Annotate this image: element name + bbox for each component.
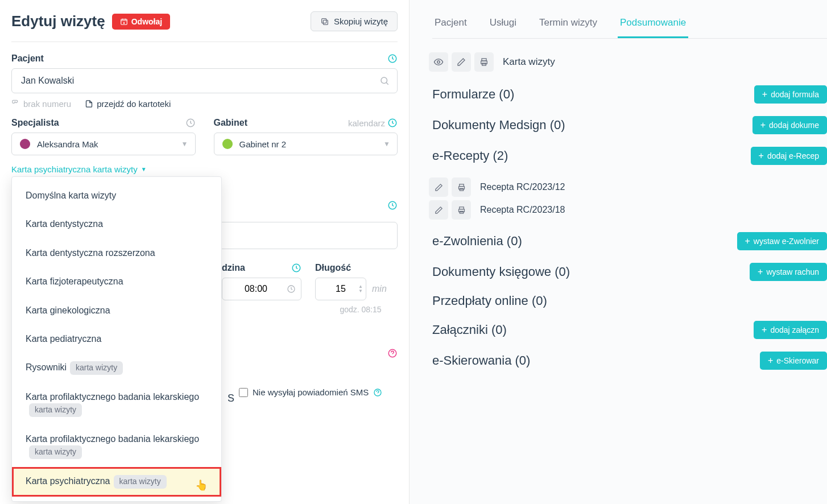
plus-icon: +	[768, 356, 773, 366]
go-to-file-link[interactable]: przejdź do kartoteki	[85, 99, 171, 109]
printer-icon-button[interactable]	[474, 52, 494, 72]
cancel-visit-button[interactable]: Odwołaj	[112, 14, 170, 30]
chevron-down-icon: ▼	[383, 140, 390, 148]
dropdown-item[interactable]: Karta fizjoterapeutyczna	[12, 267, 221, 296]
add-button[interactable]: +dodaj formula	[754, 85, 827, 104]
chevron-down-icon: ▼	[181, 140, 188, 148]
section-title: e-Zwolnienia (0)	[432, 234, 522, 249]
length-label: Długość	[315, 263, 351, 273]
dropdown-item[interactable]: Karta dentystyczna rozszerzona	[12, 239, 221, 267]
pencil-icon-button[interactable]	[429, 200, 448, 220]
clock-icon[interactable]	[387, 118, 398, 128]
item-label: Recepta RC/2023/18	[480, 205, 565, 215]
length-unit: min	[372, 284, 387, 294]
no-phone-note: brak numeru	[11, 99, 71, 109]
calendar-x-icon	[120, 18, 128, 26]
tag-pill: karta wizyty	[114, 475, 167, 489]
clock-icon	[287, 284, 296, 294]
add-button[interactable]: +dodaj dokume	[752, 116, 827, 134]
clock-icon[interactable]	[185, 118, 196, 128]
add-button[interactable]: +wystaw rachun	[750, 263, 827, 281]
add-button[interactable]: +wystaw e-Zwolnier	[737, 232, 827, 250]
pencil-icon-button[interactable]	[429, 177, 448, 197]
tag-pill: karta wizyty	[70, 361, 123, 375]
pencil-icon-button[interactable]	[452, 52, 471, 72]
plus-icon: +	[758, 267, 763, 277]
dropdown-item[interactable]: Karta profilaktycznego badania lekarskie…	[12, 425, 221, 467]
svg-rect-0	[121, 19, 127, 24]
tab-pacjent[interactable]: Pacjent	[432, 11, 469, 38]
search-icon[interactable]	[379, 76, 390, 86]
cabinet-dot-icon	[222, 139, 233, 149]
svg-point-4	[381, 77, 387, 84]
tab-usługi[interactable]: Usługi	[487, 11, 519, 38]
section-title: Załączniki (0)	[432, 323, 507, 337]
caret-down-icon: ▼	[141, 166, 147, 172]
dropdown-item[interactable]: Rysownikikarta wizyty	[12, 353, 221, 383]
divider	[11, 42, 398, 42]
dropdown-item[interactable]: Karta pediatryczna	[12, 325, 221, 353]
copy-icon	[320, 17, 329, 26]
help-icon[interactable]	[373, 388, 382, 397]
tag-pill: karta wizyty	[29, 445, 82, 459]
tab-termin-wizyty[interactable]: Termin wizyty	[537, 11, 599, 38]
svg-rect-2	[322, 18, 326, 23]
patient-input[interactable]	[11, 68, 398, 93]
clock-icon[interactable]	[387, 53, 398, 64]
section-title: Formularze (0)	[432, 87, 514, 102]
sms-checkbox[interactable]	[239, 388, 248, 397]
cabinet-label: Gabinet	[214, 118, 248, 128]
plus-icon: +	[760, 120, 766, 130]
cabinet-select[interactable]: Gabinet nr 2 ▼	[214, 133, 398, 155]
add-button[interactable]: +e-Skierowar	[760, 352, 827, 370]
visit-card-dropdown: Domyślna karta wizytyKarta dentystycznaK…	[11, 176, 222, 502]
specialist-label: Specjalista	[11, 118, 59, 128]
list-item: Recepta RC/2023/12	[429, 177, 827, 197]
plus-icon: +	[762, 89, 767, 100]
section-title: Przedpłaty online (0)	[432, 294, 547, 308]
cursor-icon: 👆	[195, 478, 208, 493]
section-title: e-Skierowania (0)	[432, 353, 530, 368]
plus-icon: +	[759, 151, 764, 161]
add-button[interactable]: +dodaj e-Recep	[751, 147, 827, 165]
copy-visit-button[interactable]: Skopiuj wizytę	[311, 11, 398, 31]
visit-card-label: Karta wizyty	[503, 56, 555, 68]
clock-icon[interactable]	[291, 263, 301, 273]
dropdown-item[interactable]: Karta profilaktycznego badania lekarskie…	[12, 383, 221, 425]
patient-label: Pacjent	[11, 53, 44, 64]
clock-icon[interactable]	[387, 200, 398, 210]
hour-label: dzina	[222, 263, 245, 273]
end-time-note: godz. 08:15	[315, 305, 406, 314]
visit-card-type-link[interactable]: Karta psychiatryczna karta wizyty ▼	[11, 164, 147, 174]
page-title: Edytuj wizytę	[11, 13, 105, 30]
dropdown-item[interactable]: Karta ginekologiczna	[12, 296, 221, 325]
svg-rect-1	[323, 20, 328, 24]
dropdown-item[interactable]: Karta psychiatrycznakarta wizyty👆	[12, 467, 221, 497]
svg-point-12	[437, 61, 440, 64]
tab-podsumowanie[interactable]: Podsumowanie	[618, 11, 688, 38]
specialist-dot-icon	[20, 139, 30, 149]
item-label: Recepta RC/2023/12	[480, 182, 565, 192]
sms-checkbox-label: Nie wysyłaj powiadomień SMS	[253, 387, 369, 397]
dropdown-item[interactable]: Domyślna karta wizyty	[12, 181, 221, 210]
stepper-icon[interactable]: ▲▼	[358, 284, 363, 294]
section-title: e-Recepty (2)	[432, 148, 508, 163]
section-title: Dokumenty księgowe (0)	[432, 265, 570, 279]
add-button[interactable]: +dodaj załączn	[754, 321, 827, 339]
help-icon[interactable]	[387, 348, 398, 358]
printer-icon-button[interactable]	[452, 200, 471, 220]
list-item: Recepta RC/2023/18	[429, 200, 827, 220]
section-title: Dokumenty Medsign (0)	[432, 118, 565, 133]
specialist-select[interactable]: Aleksandra Mak ▼	[11, 133, 196, 155]
tag-pill: karta wizyty	[29, 403, 82, 417]
dropdown-item[interactable]: Karta dentystyczna	[12, 210, 221, 238]
calendar-link[interactable]: kalendarz	[348, 118, 385, 128]
printer-icon-button[interactable]	[452, 177, 471, 197]
plus-icon: +	[745, 236, 750, 246]
plus-icon: +	[762, 325, 767, 335]
eye-icon-button[interactable]	[429, 52, 448, 72]
